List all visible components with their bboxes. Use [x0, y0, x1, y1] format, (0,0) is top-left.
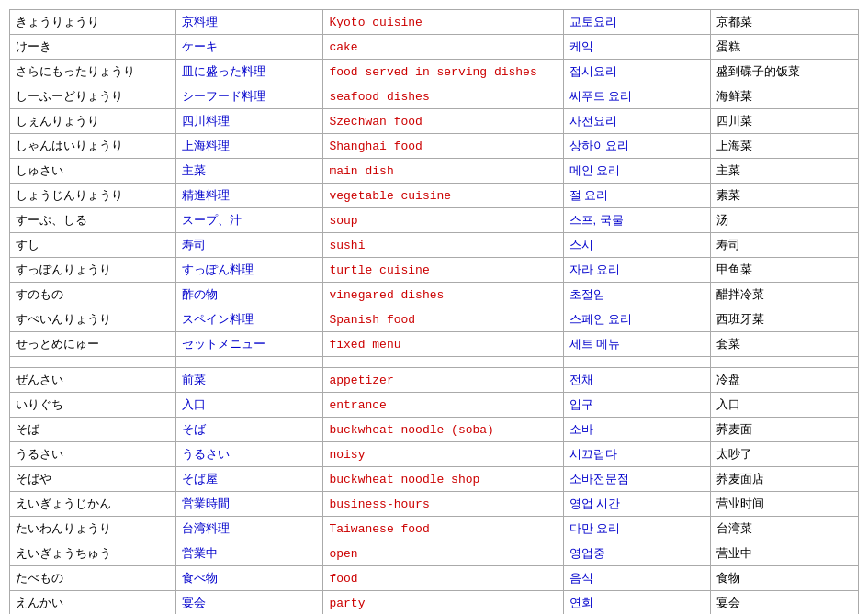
cell-row20-col2: 営業時間 [175, 492, 323, 517]
cell-row20-col1: えいぎょうじかん [10, 492, 176, 517]
cell-row7-col1: しょうじんりょうり [10, 184, 176, 208]
cell-row3-col3: seafood dishes [323, 84, 563, 109]
cell-row17-col5: 荞麦面 [711, 418, 859, 442]
cell-row18-col4: 시끄럽다 [563, 442, 711, 467]
table-row: すっぽんりょうりすっぽん料理turtle cuisine자라 요리甲鱼菜 [10, 258, 859, 283]
cell-row0-col2: 京料理 [175, 10, 323, 35]
cell-row4-col1: しぇんりょうり [10, 109, 176, 134]
table-row: たいわんりょうり台湾料理Taiwanese food다만 요리台湾菜 [10, 517, 859, 541]
cell-row24-col2: 宴会 [175, 591, 323, 615]
cell-row8-col3: soup [323, 208, 563, 233]
table-row: しーふーどりょうりシーフード料理seafood dishes씨푸드 요리海鲜菜 [10, 84, 859, 109]
cell-row11-col1: すのもの [10, 283, 176, 307]
cell-row8-col1: すーぷ、しる [10, 208, 176, 233]
cell-row13-col4: 세트 메뉴 [563, 332, 711, 357]
table-row: たべもの食べ物food음식食物 [10, 566, 859, 591]
cell-row10-col5: 甲鱼菜 [711, 258, 859, 283]
cell-row21-col1: たいわんりょうり [10, 517, 176, 541]
cell-row11-col2: 酢の物 [175, 283, 323, 307]
cell-row8-col4: 스프, 국물 [563, 208, 711, 233]
cell-row21-col4: 다만 요리 [563, 517, 711, 541]
cell-row15-col5: 冷盘 [711, 368, 859, 393]
cell-row19-col3: buckwheat noodle shop [323, 467, 563, 492]
cell-row19-col4: 소바전문점 [563, 467, 711, 492]
cell-row6-col2: 主菜 [175, 159, 323, 184]
cell-row9-col5: 寿司 [711, 233, 859, 258]
cell-row17-col2: そば [175, 418, 323, 442]
cell-row9-col3: sushi [323, 233, 563, 258]
cell-row23-col2: 食べ物 [175, 566, 323, 591]
cell-row2-col4: 접시요리 [563, 60, 711, 84]
cell-row13-col5: 套菜 [711, 332, 859, 357]
empty-cell [175, 357, 323, 368]
cell-row12-col1: すぺいんりょうり [10, 307, 176, 332]
cell-row22-col5: 营业中 [711, 541, 859, 566]
cell-row15-col4: 전채 [563, 368, 711, 393]
table-row: けーきケーキcake케익蛋糕 [10, 35, 859, 60]
cell-row10-col2: すっぽん料理 [175, 258, 323, 283]
table-row: すーぷ、しるスープ、汁soup스프, 국물汤 [10, 208, 859, 233]
table-row: せっとめにゅーセットメニューfixed menu세트 메뉴套菜 [10, 332, 859, 357]
cell-row16-col5: 入口 [711, 393, 859, 418]
empty-cell [563, 357, 711, 368]
cell-row4-col4: 사전요리 [563, 109, 711, 134]
table-row: きょうりょうり京料理Kyoto cuisine교토요리京都菜 [10, 10, 859, 35]
cell-row17-col3: buckwheat noodle (soba) [323, 418, 563, 442]
cell-row22-col3: open [323, 541, 563, 566]
cell-row9-col1: すし [10, 233, 176, 258]
cell-row5-col4: 상하이요리 [563, 134, 711, 159]
table-row: すのもの酢の物vinegared dishes초절임醋拌冷菜 [10, 283, 859, 307]
cell-row0-col4: 교토요리 [563, 10, 711, 35]
cell-row7-col3: vegetable cuisine [323, 184, 563, 208]
table-row: さらにもったりょうり皿に盛った料理food served in serving … [10, 60, 859, 84]
cell-row20-col3: business-hours [323, 492, 563, 517]
cell-row1-col2: ケーキ [175, 35, 323, 60]
table-row: えんかい宴会party연회宴会 [10, 591, 859, 615]
empty-cell [323, 357, 563, 368]
cell-row16-col2: 入口 [175, 393, 323, 418]
cell-row23-col1: たべもの [10, 566, 176, 591]
cell-row13-col2: セットメニュー [175, 332, 323, 357]
cell-row5-col2: 上海料理 [175, 134, 323, 159]
cell-row21-col3: Taiwanese food [323, 517, 563, 541]
table-row: えいぎょうじかん営業時間business-hours영업 시간营业时间 [10, 492, 859, 517]
table-row: ぜんさい前菜appetizer전채冷盘 [10, 368, 859, 393]
table-row: しゅさい主菜main dish메인 요리主菜 [10, 159, 859, 184]
cell-row13-col3: fixed menu [323, 332, 563, 357]
cell-row10-col3: turtle cuisine [323, 258, 563, 283]
cell-row1-col3: cake [323, 35, 563, 60]
empty-cell [10, 357, 176, 368]
cell-row6-col1: しゅさい [10, 159, 176, 184]
cell-row4-col5: 四川菜 [711, 109, 859, 134]
empty-cell [711, 357, 859, 368]
cell-row3-col4: 씨푸드 요리 [563, 84, 711, 109]
cell-row11-col5: 醋拌冷菜 [711, 283, 859, 307]
cell-row11-col4: 초절임 [563, 283, 711, 307]
cell-row22-col2: 営業中 [175, 541, 323, 566]
cell-row7-col4: 절 요리 [563, 184, 711, 208]
table-row: すし寿司sushi스시寿司 [10, 233, 859, 258]
cell-row16-col1: いりぐち [10, 393, 176, 418]
cell-row16-col4: 입구 [563, 393, 711, 418]
cell-row6-col3: main dish [323, 159, 563, 184]
table-row: うるさいうるさいnoisy시끄럽다太吵了 [10, 442, 859, 467]
cell-row19-col2: そば屋 [175, 467, 323, 492]
cell-row5-col5: 上海菜 [711, 134, 859, 159]
cell-row9-col2: 寿司 [175, 233, 323, 258]
cell-row10-col1: すっぽんりょうり [10, 258, 176, 283]
cell-row24-col1: えんかい [10, 591, 176, 615]
cell-row18-col5: 太吵了 [711, 442, 859, 467]
cell-row2-col3: food served in serving dishes [323, 60, 563, 84]
cell-row5-col3: Shanghai food [323, 134, 563, 159]
table-row: すぺいんりょうりスペイン料理Spanish food스페인 요리西班牙菜 [10, 307, 859, 332]
cell-row15-col1: ぜんさい [10, 368, 176, 393]
cell-row22-col1: えいぎょうちゅう [10, 541, 176, 566]
cell-row3-col5: 海鲜菜 [711, 84, 859, 109]
cell-row9-col4: 스시 [563, 233, 711, 258]
cell-row7-col5: 素菜 [711, 184, 859, 208]
cell-row15-col3: appetizer [323, 368, 563, 393]
cell-row0-col3: Kyoto cuisine [323, 10, 563, 35]
cell-row4-col3: Szechwan food [323, 109, 563, 134]
cell-row23-col3: food [323, 566, 563, 591]
cell-row5-col1: しゃんはいりょうり [10, 134, 176, 159]
